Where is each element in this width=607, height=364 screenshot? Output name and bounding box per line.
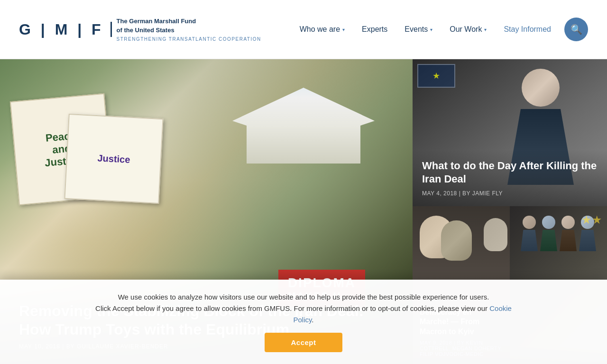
nav-who-we-are[interactable]: Who we are ▾: [291, 21, 353, 37]
person-2: [540, 216, 557, 251]
logo-area[interactable]: G | M | F The German Marshall Fund of th…: [19, 17, 261, 41]
person-body-1: [521, 230, 538, 251]
right-top-overlay: What to do the Day After Killing the Ira…: [413, 150, 607, 206]
cookie-text-1: We use cookies to analyze how visitors u…: [85, 291, 522, 303]
person-head-3: [561, 216, 575, 229]
face-3: [484, 218, 507, 251]
right-top-title: What to do the Day After Killing the Ira…: [422, 159, 598, 186]
right-top-meta: MAY 4, 2018 | BY JAMIE FLY: [422, 190, 598, 197]
flag-stars-icon: ★★: [581, 213, 602, 227]
logo-letters: G | M | F: [19, 22, 112, 37]
figure-head: [522, 69, 560, 107]
logo-subtitle: of the United States: [117, 26, 261, 35]
person-body-4: [579, 230, 596, 251]
logo[interactable]: G | M | F The German Marshall Fund of th…: [19, 17, 261, 41]
main-nav: Who we are ▾ Experts Events ▾ Our Work ▾…: [291, 18, 588, 41]
face-2: [441, 220, 472, 261]
nav-stay-informed[interactable]: Stay Informed: [495, 21, 560, 37]
nav-experts[interactable]: Experts: [353, 21, 396, 37]
cookie-text-2: Click Accept below if you agree to allow…: [85, 303, 522, 326]
chevron-down-icon-work: ▾: [484, 27, 487, 32]
search-button[interactable]: 🔍: [564, 18, 588, 41]
person-body-3: [560, 230, 577, 251]
eu-flag-icon: ★: [417, 64, 455, 88]
accept-cookies-button[interactable]: Accept: [265, 333, 342, 352]
logo-tagline: STRENGTHENING TRANSATLANTIC COOPERATION: [117, 36, 261, 42]
logo-name: The German Marshall Fund: [117, 17, 261, 26]
nav-events[interactable]: Events ▾: [396, 21, 441, 37]
person-3: [560, 216, 577, 251]
person-1: [521, 216, 538, 251]
cookie-banner: We use cookies to analyze how visitors u…: [0, 280, 607, 364]
person-head-1: [523, 216, 536, 229]
right-top-article[interactable]: ★ What to do the Day After Killing the I…: [413, 59, 607, 206]
chevron-down-icon: ▾: [342, 27, 345, 32]
justice-sign: Justice: [64, 114, 163, 204]
site-header: G | M | F The German Marshall Fund of th…: [0, 0, 607, 59]
nav-our-work[interactable]: Our Work ▾: [441, 21, 495, 37]
person-head-2: [542, 216, 555, 229]
person-body-2: [540, 230, 557, 251]
search-icon: 🔍: [570, 24, 582, 35]
chevron-down-icon-events: ▾: [430, 27, 432, 32]
